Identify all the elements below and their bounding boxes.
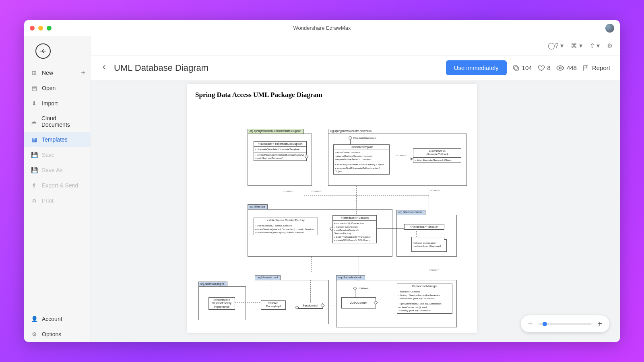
- cls-hiber-template: HibernateTemplate - allowCreate: boolean…: [333, 144, 390, 175]
- app-window: Wondershare EdrawMax ⊞ New + ▤ Open ⬇: [24, 20, 620, 342]
- plus-icon: +: [81, 69, 85, 77]
- svg-rect-0: [515, 67, 518, 70]
- sidebar-item-label: Cloud Documents: [41, 115, 84, 128]
- pkg-tab: org.springframework.orm.hibernate3: [328, 129, 375, 134]
- sidebar: ⊞ New + ▤ Open ⬇ Import ☁ Cloud Document…: [24, 36, 91, 342]
- window-title: Wondershare EdrawMax: [293, 25, 351, 31]
- pkg-hibernate: org.hibernate <<interface>> SessionFacto…: [248, 209, 392, 257]
- sidebar-item-import[interactable]: ⬇ Import: [24, 96, 90, 111]
- pkg-hibernate-impl: org.hibernate.impl Session FactoryImpl S…: [255, 280, 329, 324]
- cls-session-impl: SessionImpl: [298, 303, 323, 309]
- copy-icon: [512, 64, 520, 72]
- export-icon: ⇪: [31, 182, 38, 189]
- help-icon[interactable]: ◯? ▾: [548, 42, 564, 49]
- minimize-dot[interactable]: [38, 26, 43, 31]
- eye-icon: [556, 64, 564, 72]
- iface-name: Callback: [359, 287, 369, 290]
- maximize-dot[interactable]: [47, 26, 52, 31]
- sidebar-item-print: ⎙ Print: [24, 193, 90, 208]
- stat-value: 448: [567, 64, 577, 71]
- sidebar-item-label: Export & Send: [42, 182, 78, 189]
- user-icon: 👤: [31, 315, 38, 323]
- sidebar-item-label: Import: [42, 100, 58, 107]
- back-button[interactable]: [35, 43, 51, 59]
- sidebar-item-label: Save As: [42, 167, 62, 173]
- pkg-tab: org.hibernate.classic: [396, 210, 425, 215]
- grid-icon: ▦: [31, 136, 38, 143]
- stat-value: 104: [522, 64, 532, 71]
- sidebar-item-label: Templates: [42, 136, 68, 143]
- stat-value: 8: [547, 64, 551, 71]
- cls-session-factory: <<interface>> SessionFactory + openSessi…: [254, 218, 318, 235]
- zoom-control[interactable]: − +: [521, 315, 609, 332]
- sidebar-item-cloud[interactable]: ☁ Cloud Documents: [24, 111, 90, 132]
- paper-title: Spring Data Access UML Package Diagram: [195, 91, 469, 99]
- cls-classic-session: <<interface>> Session: [404, 224, 444, 230]
- cls-sf-implementor: <<interface>> SessionFactory Implementor: [208, 297, 235, 310]
- window-controls: [30, 26, 52, 31]
- import-icon: ⬇: [31, 100, 38, 107]
- cls-hiber-dao-support: <<abstract>> HibernateDaoSupport - hiber…: [254, 141, 307, 161]
- likes-stat[interactable]: 8: [538, 64, 551, 72]
- saveas-icon: 💾: [31, 167, 38, 174]
- cls-jdbc-context: JDBCContext: [341, 297, 376, 309]
- sidebar-item-options[interactable]: ⚙ Options: [24, 327, 90, 342]
- flag-icon: [582, 64, 590, 72]
- iface-lollipop: [349, 136, 352, 140]
- save-icon: 💾: [31, 151, 38, 158]
- pkg-tab: org.springframework.orm.hibernate3.suppo…: [248, 129, 304, 134]
- cls-conn-mgr: ConnectionManager - callback: Callback -…: [397, 284, 452, 314]
- uml-diagram: org.springframework.orm.hibernate3.suppo…: [195, 109, 469, 335]
- sidebar-item-templates[interactable]: ▦ Templates: [24, 132, 90, 147]
- pkg-tab: org.hibernate: [248, 204, 268, 209]
- gear-icon: ⚙: [31, 331, 38, 338]
- sidebar-item-save: 💾 Save: [24, 147, 90, 162]
- heart-icon: [538, 64, 545, 72]
- pkg-tab: org.hibernate.engine: [198, 282, 227, 286]
- pkg-tab: org.hibernate.impl: [255, 275, 281, 280]
- pkg-hibernate-engine: org.hibernate.engine <<interface>> Sessi…: [198, 286, 246, 320]
- folder-icon: ▤: [31, 84, 38, 92]
- svg-rect-1: [514, 66, 517, 69]
- avatar[interactable]: [605, 24, 614, 33]
- cloud-icon: ☁: [31, 118, 37, 125]
- sidebar-item-new[interactable]: ⊞ New +: [24, 65, 90, 80]
- sidebar-item-account[interactable]: 👤 Account: [24, 311, 90, 327]
- iface-name: HibernateOperations: [353, 136, 376, 139]
- pkg-spring-support: org.springframework.orm.hibernate3.suppo…: [248, 134, 312, 186]
- views-stat[interactable]: 448: [556, 64, 577, 72]
- zoom-slider[interactable]: [539, 323, 592, 325]
- zoom-in-icon[interactable]: +: [597, 319, 602, 329]
- apps-icon[interactable]: ⌘ ▾: [571, 42, 582, 49]
- report-button[interactable]: Report: [582, 64, 610, 72]
- canvas[interactable]: Spring Data Access UML Package Diagram o…: [91, 80, 620, 342]
- use-immediately-button[interactable]: Use immediately: [446, 60, 507, 75]
- diagram-paper: Spring Data Access UML Package Diagram o…: [187, 84, 477, 333]
- sidebar-item-open[interactable]: ▤ Open: [24, 80, 90, 96]
- sidebar-item-label: Open: [42, 85, 56, 91]
- cls-hiber-callback: <<interface>> HibernateCallback + doInHi…: [413, 148, 461, 163]
- sidebar-item-saveas: 💾 Save As: [24, 162, 90, 178]
- report-label: Report: [592, 64, 610, 71]
- titlebar: Wondershare EdrawMax: [24, 20, 620, 36]
- share-icon[interactable]: ⇧ ▾: [590, 42, 600, 49]
- pkg-tab: org.hibernate.classic: [336, 275, 365, 280]
- cls-session: <<interface>> Session + connection(): Co…: [332, 215, 377, 243]
- sidebar-item-label: Options: [42, 331, 61, 337]
- copies-stat[interactable]: 104: [512, 64, 532, 72]
- toolbar-row: ◯? ▾ ⌘ ▾ ⇧ ▾ ⚙: [91, 36, 620, 56]
- cls-sf-impl: Session FactoryImpl: [261, 300, 286, 310]
- zoom-out-icon[interactable]: −: [528, 319, 533, 329]
- chevron-back-icon[interactable]: [100, 63, 108, 73]
- main-area: ◯? ▾ ⌘ ▾ ⇧ ▾ ⚙ UML Database Diagram Use …: [91, 36, 620, 342]
- svg-point-2: [559, 67, 561, 69]
- note-deprecated: Includes deprecated methods from Hiberna…: [411, 237, 447, 252]
- close-dot[interactable]: [30, 26, 35, 31]
- pkg-spring-orm: org.springframework.orm.hibernate3 Hiber…: [328, 134, 467, 186]
- sidebar-item-export: ⇪ Export & Send: [24, 178, 90, 193]
- page-header: UML Database Diagram Use immediately 104…: [91, 56, 620, 80]
- settings-icon[interactable]: ⚙: [607, 42, 613, 49]
- sidebar-item-label: Save: [42, 152, 55, 158]
- page-title: UML Database Diagram: [114, 63, 208, 73]
- pkg-hibernate-classic2: org.hibernate.classic Callback JDBCConte…: [336, 280, 457, 327]
